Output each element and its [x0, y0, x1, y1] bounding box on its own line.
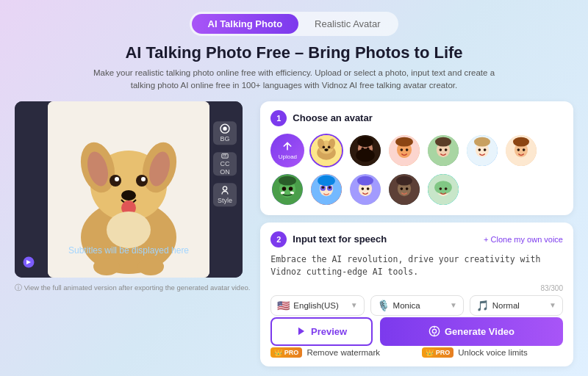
svg-point-50 [484, 148, 487, 151]
svg-point-59 [282, 187, 286, 190]
clone-voice-link[interactable]: + Clone my own voice [484, 235, 563, 244]
voice-value: Monica [393, 301, 420, 310]
svg-point-35 [367, 147, 370, 150]
style-icon: 🎵 [476, 300, 489, 311]
svg-point-29 [325, 148, 329, 151]
svg-point-83 [440, 187, 442, 190]
svg-point-10 [141, 177, 146, 181]
svg-point-60 [289, 187, 293, 190]
avatar-item[interactable] [309, 134, 343, 167]
svg-point-39 [401, 148, 404, 151]
svg-point-43 [435, 137, 451, 146]
svg-point-15 [137, 258, 164, 275]
svg-point-27 [323, 145, 326, 148]
chevron-down-icon: ▼ [549, 301, 556, 309]
style-selector[interactable]: 🎵 Normal ▼ [470, 295, 563, 316]
cc-control[interactable]: CC CC ON [213, 152, 237, 176]
pro-badge: 👑 PRO [422, 347, 453, 358]
svg-point-72 [357, 176, 373, 185]
svg-point-55 [523, 148, 526, 151]
char-count: 83/300 [270, 284, 563, 292]
remove-watermark-label: Remove watermark [306, 348, 380, 357]
svg-point-33 [356, 148, 376, 162]
vidnoz-logo [22, 256, 35, 272]
step-1-badge: 1 [270, 110, 287, 126]
svg-point-14 [93, 258, 120, 275]
svg-point-49 [478, 148, 481, 151]
svg-point-74 [367, 187, 370, 190]
avatar-item[interactable] [270, 173, 304, 206]
page-subtitle: Make your realistic talking photo online… [81, 67, 507, 93]
avatar-item[interactable] [387, 134, 421, 167]
text-section-title: Input text for speech [293, 234, 387, 245]
generate-video-button[interactable]: Generate Video [380, 317, 563, 346]
text-section: 2 Input text for speech + Clone my own v… [260, 223, 573, 366]
avatar-item[interactable] [387, 173, 421, 206]
avatar-item[interactable] [348, 134, 382, 167]
avatar-item[interactable] [426, 134, 460, 167]
svg-point-73 [362, 187, 365, 190]
action-buttons: Preview Generate Video [270, 317, 563, 346]
voice-selector[interactable]: 🎙️ Monica ▼ [370, 295, 464, 316]
avatar-item[interactable] [465, 134, 499, 167]
svg-point-32 [357, 136, 373, 147]
right-panel: 1 Choose an avatar Upload [260, 101, 573, 377]
speech-text-input[interactable] [270, 253, 563, 280]
svg-point-58 [279, 176, 296, 185]
svg-point-17 [223, 127, 226, 131]
upload-avatar-button[interactable]: Upload [270, 134, 304, 167]
avatar-grid: Upload [270, 134, 563, 206]
svg-point-34 [362, 147, 365, 150]
svg-point-84 [445, 187, 448, 190]
language-selector[interactable]: 🇺🇸 English(US) ▼ [270, 295, 364, 316]
svg-point-78 [401, 187, 404, 190]
style-control[interactable]: Style [213, 183, 237, 206]
chevron-down-icon: ▼ [450, 301, 457, 309]
avatar-item[interactable] [426, 173, 460, 206]
style-value: Normal [492, 301, 520, 310]
avatar-item[interactable] [348, 173, 382, 206]
svg-point-44 [440, 148, 442, 151]
svg-marker-85 [298, 328, 304, 336]
svg-point-53 [513, 137, 529, 146]
main-content: BG CC CC ON Style Subtitles will be disp… [15, 101, 573, 377]
chevron-down-icon: ▼ [351, 301, 358, 309]
svg-point-77 [396, 176, 412, 185]
video-panel: BG CC CC ON Style Subtitles will be disp… [15, 101, 243, 278]
svg-point-13 [107, 212, 151, 248]
subtitle-display: Subtitles will be displayed here [15, 245, 243, 256]
avatar-item[interactable] [309, 173, 343, 206]
svg-point-87 [432, 329, 436, 333]
svg-text:CC: CC [223, 154, 227, 157]
svg-point-79 [406, 187, 409, 190]
pro-badge: 👑 PRO [270, 347, 302, 358]
svg-point-11 [121, 190, 136, 200]
svg-point-38 [395, 137, 413, 146]
svg-point-28 [328, 145, 331, 148]
remove-watermark-item[interactable]: 👑 PRO Remove watermark [270, 347, 412, 358]
svg-point-69 [329, 186, 331, 189]
language-value: English(US) [293, 301, 338, 310]
svg-point-48 [474, 137, 490, 146]
avatar-section-title: Choose an avatar [293, 112, 372, 123]
step-2-badge: 2 [270, 231, 287, 247]
svg-point-20 [223, 187, 226, 190]
avatar-section-header: 1 Choose an avatar [270, 110, 563, 126]
page-title: AI Talking Photo Free – Bring Photos to … [125, 43, 462, 62]
language-flag: 🇺🇸 [277, 300, 290, 311]
svg-point-45 [445, 148, 448, 151]
svg-point-54 [517, 148, 520, 151]
tab-realistic-avatar[interactable]: Realistic Avatar [298, 14, 396, 34]
panel-footer-note: ⓘ View the full animated version after e… [15, 283, 250, 293]
svg-point-65 [318, 175, 335, 186]
pro-bar: 👑 PRO Remove watermark 👑 PRO Unlock voic… [270, 347, 563, 358]
tab-ai-talking-photo[interactable]: AI Talking Photo [192, 14, 299, 34]
svg-point-68 [322, 186, 325, 189]
text-section-header: 2 Input text for speech + Clone my own v… [270, 231, 563, 247]
tab-bar: AI Talking Photo Realistic Avatar [190, 12, 399, 36]
unlock-voice-item[interactable]: 👑 PRO Unlock voice limits [422, 347, 563, 358]
avatar-item[interactable] [504, 134, 538, 167]
avatar-section: 1 Choose an avatar Upload [260, 101, 573, 215]
bg-control[interactable]: BG [213, 121, 237, 145]
preview-button[interactable]: Preview [270, 317, 373, 346]
